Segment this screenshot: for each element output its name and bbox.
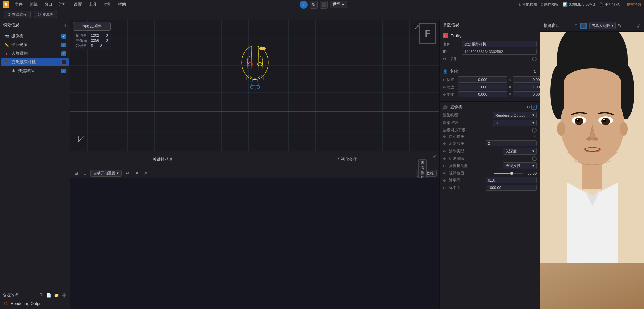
make-icon-btn[interactable]: □ 制作图标 (541, 2, 559, 7)
save-button[interactable]: ⬛ (320, 1, 328, 9)
node-auto-select[interactable]: 自动开拍重置 ▾ (90, 170, 122, 177)
head-model (235, 43, 275, 97)
face-photo (540, 32, 644, 309)
menu-file[interactable]: 文件 (12, 1, 25, 8)
entity-id-value: 1443028661343302592 (462, 49, 537, 55)
zoom-camera-visibility-toggle[interactable] (61, 60, 66, 65)
svg-line-19 (258, 80, 258, 86)
scale-y-input[interactable] (513, 84, 540, 90)
asset-folder-button[interactable]: 📁 (53, 292, 60, 298)
scene-item-face-track[interactable]: ● 人脸跟踪 ✓ (1, 49, 69, 58)
x-axis-label: X (509, 78, 511, 82)
camera-visibility-toggle[interactable]: ✓ (61, 34, 66, 39)
svg-line-15 (260, 56, 263, 61)
face-svg (540, 32, 644, 263)
visual-creation-tab[interactable]: 可视化创作 查看教程 ⤢ (255, 151, 440, 168)
menu-tools[interactable]: 上具 (86, 1, 99, 8)
always-clear-toggle[interactable] (532, 156, 537, 161)
viewport-scroll-button[interactable]: ⤢ (414, 23, 419, 31)
preview-refresh-button[interactable]: ↻ (618, 23, 621, 28)
viewport[interactable]: 切换2D视角 顶点数 1202 0 三角面 2256 0 骨骼数 0 (70, 20, 439, 151)
triangle-value: 2256 (91, 38, 99, 43)
rendering-output-label: Rendering Output (11, 301, 43, 306)
fov-slider-track[interactable] (494, 173, 523, 174)
auto-sort-check: ✓ (534, 134, 537, 139)
svg-line-13 (258, 61, 265, 66)
menu-help[interactable]: 帮助 (115, 1, 129, 8)
clear-type-select[interactable]: 仅深度 ▾ (503, 148, 537, 155)
star-icon: ⬡ (38, 12, 41, 17)
node-tool-close[interactable]: ✕ (133, 170, 140, 176)
render-layer-select[interactable]: 26 ▾ (493, 120, 537, 126)
rotation-y-input[interactable] (513, 91, 540, 97)
preview-mode-box[interactable]: ⬛ (580, 23, 587, 29)
triangle-extra: 0 (106, 38, 108, 43)
fov-slider-row: 60.00 (494, 171, 537, 175)
asset-add-button[interactable]: ➕ (61, 292, 67, 298)
node-tool-box[interactable]: □ (82, 170, 88, 176)
right-panel-header: 参数信息 (440, 20, 540, 30)
node-tool-undo[interactable]: ↩ (124, 170, 131, 176)
node-canvas[interactable]: — 眨眼动作检测 第几张人脸 (70, 178, 439, 309)
viewport-f-icon: F (419, 23, 436, 44)
menu-settings[interactable]: 设置 (71, 1, 85, 8)
camera-icon: 📷 (4, 34, 9, 39)
position-x-input[interactable] (458, 76, 507, 83)
light-visibility-toggle[interactable]: ✓ (61, 43, 66, 47)
entity-name-input[interactable] (462, 41, 537, 47)
resource-library-btn[interactable]: ⬡ 资源库 (34, 11, 57, 18)
fov-slider-thumb[interactable] (510, 172, 513, 175)
rotation-icon: ⊙ (443, 93, 446, 96)
scene-item-camera[interactable]: 📷 摄像机 ✓ (1, 32, 69, 40)
perf-check-btn[interactable]: ⊙ 性能检测 (518, 2, 537, 7)
render-order-input[interactable] (486, 140, 537, 146)
fov-slider-fill (494, 173, 510, 174)
scene-item-zoom-track[interactable]: ✱ 变焦跟踪 ✓ (1, 67, 69, 75)
scale-x-input[interactable] (458, 84, 507, 90)
preview-mode-toggle[interactable]: ⊙ (574, 23, 578, 28)
node-tool-grid[interactable]: ⊞ (73, 170, 79, 176)
vertex-extra: 0 (106, 33, 108, 38)
camera-settings-button[interactable]: ⚙ (527, 105, 530, 110)
keyframe-animation-tab[interactable]: 关键帧动画 (70, 151, 255, 168)
near-plane-icon: ⊙ (443, 178, 446, 182)
scene-item-light[interactable]: ✏️ 平行光源 ✓ (1, 41, 69, 49)
menu-edit[interactable]: 编辑 (27, 1, 40, 8)
camera-type-select[interactable]: 透视投影 ▾ (503, 162, 537, 169)
mobile-preview-btn[interactable]: 📱 手机预览 (599, 2, 620, 7)
menu-run[interactable]: 运行 (56, 1, 70, 8)
asset-help-button[interactable]: ❓ (38, 292, 44, 298)
timeline-expand-button[interactable]: ⤢ (433, 153, 437, 159)
asset-file-button[interactable]: 📄 (46, 292, 52, 298)
zoom-track-visibility-toggle[interactable]: ✓ (61, 69, 66, 73)
far-plane-input[interactable] (486, 185, 537, 191)
entity-name-row: 名称 (443, 41, 537, 47)
node-tool-cross[interactable]: ⚔ (143, 170, 149, 176)
layer-sync-toggle[interactable] (532, 128, 537, 133)
preview-expand-button[interactable]: ⤢ (637, 23, 641, 29)
online-tutorial-btn[interactable]: ⊙ 在线教程 (4, 11, 31, 18)
preview-effect-select[interactable]: 男单人眨眼 ▾ (589, 22, 616, 29)
scene-add-button[interactable]: + (64, 22, 67, 28)
submit-btn[interactable]: ↑ 提交特效 (624, 2, 641, 7)
rotation-x-input[interactable] (458, 91, 507, 97)
asset-rendering-output[interactable]: ⬡ Rendering Output (3, 300, 67, 307)
camera-type-chevron: ▾ (532, 164, 534, 168)
switch-2d-button[interactable]: 切换2D视角 (73, 22, 111, 31)
scene-item-zoom-camera[interactable]: 🎥 变焦跟踪相机 (1, 58, 69, 66)
world-select[interactable]: 世界 ▾ (330, 1, 347, 8)
camera-enable-button[interactable]: ✓ (531, 105, 537, 110)
render-texture-select[interactable]: Rendering Output ▾ (493, 112, 537, 118)
menu-functions[interactable]: 功能 (101, 1, 114, 8)
entity-enable-toggle[interactable] (532, 57, 537, 61)
face-track-visibility-toggle[interactable]: ✓ (61, 51, 66, 56)
head-wireframe (235, 43, 275, 96)
menu-window[interactable]: 窗口 (42, 1, 55, 8)
transform-reset-button[interactable]: ↻ (533, 69, 537, 74)
always-clear-label: 始终清除 (449, 156, 530, 161)
refresh-button[interactable]: ↻ (310, 1, 318, 9)
near-plane-input[interactable] (486, 177, 537, 183)
position-y-input[interactable] (513, 76, 540, 83)
preview-panel: 预览窗口 ⊙ ⬛ 男单人眨眼 ▾ ↻ ⤢ (540, 20, 644, 309)
add-button[interactable]: + (300, 1, 308, 9)
